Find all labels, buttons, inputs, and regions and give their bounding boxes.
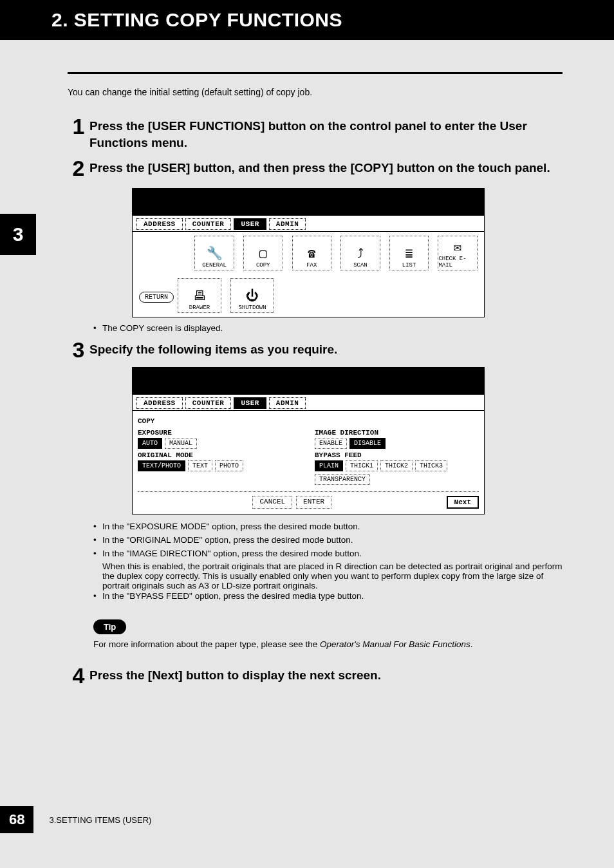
tab-admin[interactable]: ADMIN bbox=[269, 218, 306, 230]
step-4: 4 Press the [Next] button to display the… bbox=[68, 665, 563, 686]
step-text: Specify the following items as you requi… bbox=[89, 339, 337, 361]
step-number: 2 bbox=[68, 157, 89, 179]
bullet-exposure: In the "EXPOSURE MODE" option, press the… bbox=[93, 521, 563, 533]
label-exposure: EXPOSURE bbox=[138, 429, 302, 437]
cancel-button[interactable]: CANCEL bbox=[252, 496, 292, 509]
intro-text: You can change the initial setting (defa… bbox=[68, 87, 563, 97]
chapter-tab: 3 bbox=[0, 214, 36, 255]
opt-text[interactable]: TEXT bbox=[188, 460, 212, 471]
step-number: 4 bbox=[68, 665, 89, 686]
bullet-image-direction-cont: When this is enabled, the portrait origi… bbox=[93, 561, 563, 590]
opt-auto[interactable]: AUTO bbox=[138, 438, 162, 449]
opt-enable[interactable]: ENABLE bbox=[315, 438, 347, 449]
tab-bar: ADDRESS COUNTER USER ADMIN bbox=[133, 395, 484, 411]
bullet-image-direction: In the "IMAGE DIRECTION" option, press t… bbox=[93, 548, 563, 560]
tab-bar: ADDRESS COUNTER USER ADMIN bbox=[133, 216, 484, 232]
step-2: 2 Press the [USER] button, and then pres… bbox=[68, 157, 563, 179]
bullet-bypass: In the "BYPASS FEED" option, press the d… bbox=[93, 590, 563, 603]
opt-thick2[interactable]: THICK2 bbox=[380, 460, 413, 471]
btn-list[interactable]: ≣LIST bbox=[389, 236, 429, 270]
scan-icon: ⤴ bbox=[357, 247, 364, 262]
screenshot-user-functions: ADDRESS COUNTER USER ADMIN 🔧GENERAL ▢COP… bbox=[132, 188, 485, 317]
opt-transparency[interactable]: TRANSPARENCY bbox=[315, 474, 370, 485]
step-3: 3 Specify the following items as you req… bbox=[68, 339, 563, 361]
tab-address[interactable]: ADDRESS bbox=[136, 218, 183, 230]
label-original-mode: ORIGINAL MODE bbox=[138, 451, 302, 459]
step-1: 1 Press the [USER FUNCTIONS] button on t… bbox=[68, 115, 563, 151]
enter-button[interactable]: ENTER bbox=[296, 496, 331, 509]
btn-shutdown[interactable]: ⏻SHUTDOWN bbox=[230, 278, 274, 313]
drawer-icon: 🖶 bbox=[193, 289, 206, 305]
step-number: 1 bbox=[68, 115, 89, 151]
return-button[interactable]: RETURN bbox=[139, 292, 174, 303]
tab-address[interactable]: ADDRESS bbox=[136, 397, 183, 409]
opt-photo[interactable]: PHOTO bbox=[215, 460, 243, 471]
copy-icon: ▢ bbox=[259, 247, 267, 262]
tab-counter[interactable]: COUNTER bbox=[185, 397, 232, 409]
heading-copy: COPY bbox=[138, 417, 479, 425]
tip-text: For more information about the paper typ… bbox=[93, 639, 563, 649]
step-text: Press the [USER] button, and then press … bbox=[89, 157, 550, 179]
tab-admin[interactable]: ADMIN bbox=[269, 397, 306, 409]
step-text: Press the [Next] button to display the n… bbox=[89, 665, 381, 686]
screenshot-copy-settings: ADDRESS COUNTER USER ADMIN COPY EXPOSURE… bbox=[132, 367, 485, 514]
btn-scan[interactable]: ⤴SCAN bbox=[340, 236, 380, 270]
step-text: Press the [USER FUNCTIONS] button on the… bbox=[89, 115, 563, 151]
btn-general[interactable]: 🔧GENERAL bbox=[194, 236, 234, 270]
fax-icon: ☎ bbox=[308, 247, 315, 262]
footer-text: 3.SETTING ITEMS (USER) bbox=[49, 815, 151, 825]
note-copy-screen: The COPY screen is displayed. bbox=[93, 323, 563, 335]
label-bypass-feed: BYPASS FEED bbox=[315, 451, 479, 459]
tip-badge: Tip bbox=[93, 619, 126, 634]
page-number: 68 bbox=[0, 806, 33, 833]
wrench-icon: 🔧 bbox=[207, 247, 223, 262]
divider bbox=[68, 72, 563, 74]
label-image-direction: IMAGE DIRECTION bbox=[315, 429, 479, 437]
step-number: 3 bbox=[68, 339, 89, 361]
opt-thick3[interactable]: THICK3 bbox=[415, 460, 447, 471]
opt-text-photo[interactable]: TEXT/PHOTO bbox=[138, 460, 185, 471]
tab-user[interactable]: USER bbox=[234, 397, 266, 409]
email-icon: ✉ bbox=[454, 240, 461, 256]
shutdown-icon: ⏻ bbox=[246, 289, 259, 305]
opt-thick1[interactable]: THICK1 bbox=[346, 460, 378, 471]
btn-fax[interactable]: ☎FAX bbox=[292, 236, 332, 270]
opt-plain[interactable]: PLAIN bbox=[315, 460, 343, 471]
btn-copy[interactable]: ▢COPY bbox=[243, 236, 283, 270]
page-title: 2. SETTING COPY FUNCTIONS bbox=[0, 0, 614, 40]
bullet-original: In the "ORIGINAL MODE" option, press the… bbox=[93, 534, 563, 547]
btn-drawer[interactable]: 🖶DRAWER bbox=[178, 278, 221, 313]
list-icon: ≣ bbox=[405, 247, 413, 262]
page-footer: 68 3.SETTING ITEMS (USER) bbox=[0, 806, 151, 833]
tab-user[interactable]: USER bbox=[234, 218, 266, 230]
opt-manual[interactable]: MANUAL bbox=[165, 438, 197, 449]
btn-check-email[interactable]: ✉CHECK E-MAIL bbox=[438, 236, 478, 270]
next-button[interactable]: Next bbox=[447, 496, 479, 509]
tab-counter[interactable]: COUNTER bbox=[185, 218, 232, 230]
opt-disable[interactable]: DISABLE bbox=[349, 438, 386, 449]
